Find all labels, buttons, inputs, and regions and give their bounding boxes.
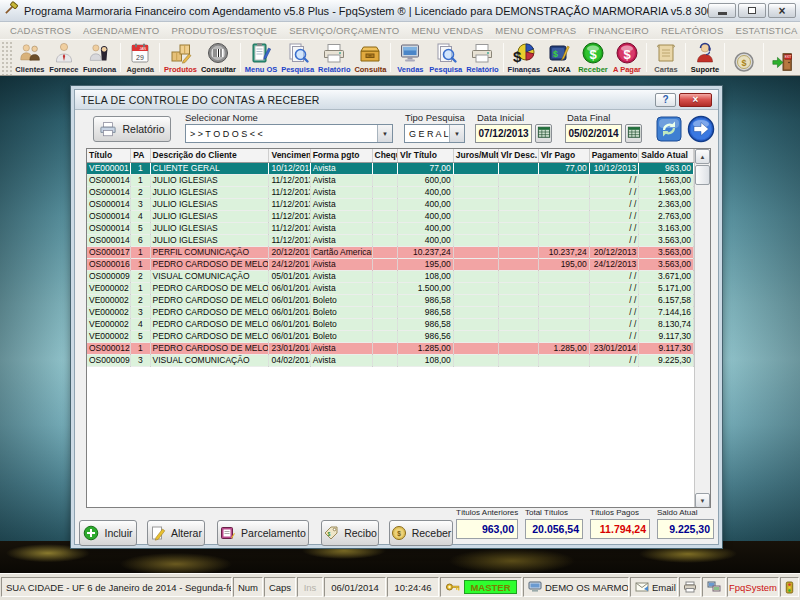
alterar-button[interactable]: Alterar <box>147 520 205 546</box>
toolbar-button-pesquisa[interactable]: Pesquisa <box>279 40 316 75</box>
toolbar-button-coin-icon[interactable]: $ <box>727 40 761 75</box>
scroll-up-arrow[interactable]: ▲ <box>695 149 710 164</box>
name-filter-select[interactable]: > > T O D O S < < ▼ <box>185 124 393 143</box>
scroll-thumb[interactable] <box>695 165 710 185</box>
table-cell <box>538 222 589 234</box>
toolbar-button-suporte[interactable]: Suporte <box>688 40 722 75</box>
status-network-button[interactable] <box>702 577 726 597</box>
go-button[interactable] <box>687 115 715 143</box>
toolbar-button-label: Fornece <box>49 65 78 74</box>
toolbar-button-funciona[interactable]: Funciona <box>81 40 118 75</box>
chevron-down-icon[interactable]: ▼ <box>449 125 464 142</box>
vertical-scrollbar[interactable]: ▲ ▼ <box>694 149 710 507</box>
incluir-button[interactable]: Incluir <box>79 520 137 546</box>
table-row[interactable]: VE0000021PEDRO CARDOSO DE MELO06/01/2014… <box>87 282 694 294</box>
status-print-button[interactable] <box>679 577 701 597</box>
table-row[interactable]: OS0000145JULIO IGLESIAS11/12/2013Avista4… <box>87 222 694 234</box>
column-header-ti-tulo[interactable]: Título <box>87 149 131 162</box>
column-header-saldo-atual[interactable]: Saldo Atual <box>639 149 694 162</box>
status-email-button[interactable]: Email <box>630 577 678 597</box>
dialog-close-button[interactable]: × <box>679 93 712 107</box>
table-row[interactable]: OS0000142JULIO IGLESIAS11/12/2013Avista4… <box>87 186 694 198</box>
dialog-help-button[interactable]: ? <box>655 93 676 107</box>
table-row[interactable]: OS0000121PEDRO CARDOSO DE MELO23/01/2014… <box>87 342 694 354</box>
column-header-pagamento[interactable]: Pagamento <box>589 149 639 162</box>
table-row[interactable]: OS0000141JULIO IGLESIAS11/12/2013Avista6… <box>87 174 694 186</box>
column-header-juros-multa[interactable]: Juros/Multa <box>453 149 498 162</box>
end-date-calendar-button[interactable] <box>625 124 642 143</box>
table-row[interactable]: OS0000144JULIO IGLESIAS11/12/2013Avista4… <box>87 210 694 222</box>
table-row[interactable]: VE0000011CLIENTE GERAL10/12/2013Avista77… <box>87 162 694 174</box>
table-row[interactable]: VE0000023PEDRO CARDOSO DE MELO06/01/2014… <box>87 306 694 318</box>
status-caps-lock: Caps <box>264 577 296 597</box>
table-cell <box>453 258 498 270</box>
toolbar-button-menu-os[interactable]: Menu OS <box>243 40 279 75</box>
menu-item-cadastros[interactable]: CADASTROS <box>4 25 77 36</box>
drawer-icon <box>358 41 382 65</box>
menu-item-produtos-estoque[interactable]: PRODUTOS/ESTOQUE <box>165 25 283 36</box>
barcode-icon <box>206 41 230 65</box>
column-header-cheque[interactable]: Cheque <box>372 149 397 162</box>
report-button[interactable]: Relatório <box>93 116 171 142</box>
toolbar-button-fornece[interactable]: Fornece <box>47 40 81 75</box>
menu-item-servic-o-orc-amento[interactable]: SERVIÇO/ORÇAMENTO <box>283 25 405 36</box>
column-header-vencimento[interactable]: Vencimento <box>269 149 310 162</box>
menu-item-menu-compras[interactable]: MENU COMPRAS <box>489 25 582 36</box>
recibo-button[interactable]: $Recibo <box>321 520 379 546</box>
dialog-title-bar[interactable]: TELA DE CONTROLE DO CONTAS A RECEBER ? × <box>75 90 718 110</box>
column-header-vlr-pago[interactable]: Vlr Pago <box>538 149 589 162</box>
column-header-forma-pgto[interactable]: Forma pgto <box>310 149 372 162</box>
toolbar-button-receber[interactable]: $Receber <box>576 40 610 75</box>
toolbar-button-caixa[interactable]: $CAIXA <box>542 40 576 75</box>
column-header-pa[interactable]: PA <box>131 149 150 162</box>
table-row[interactable]: OS0000161PEDRO CARDOSO DE MELO24/12/2013… <box>87 258 694 270</box>
table-row[interactable]: OS0000143JULIO IGLESIAS11/12/2013Avista4… <box>87 198 694 210</box>
table-cell <box>372 342 397 354</box>
toolbar-button-a-pagar[interactable]: $A Pagar <box>610 40 644 75</box>
toolbar-button-cartas[interactable]: Cartas <box>649 40 683 75</box>
receber-button[interactable]: $Receber <box>389 520 453 546</box>
menu-item-estatistica[interactable]: ESTATISTICA <box>729 25 800 36</box>
toolbar-button-relato-rio[interactable]: Relatório <box>464 40 500 75</box>
toolbar-button-financ-as[interactable]: $Finanças <box>506 40 542 75</box>
chevron-down-icon[interactable]: ▼ <box>377 125 392 142</box>
menu-item-relato-rios[interactable]: RELATÓRIOS <box>655 25 730 36</box>
column-header-vlr-desc[interactable]: Vlr Desc. <box>498 149 538 162</box>
type-filter-select[interactable]: G E R A L ▼ <box>404 124 465 143</box>
toolbar-button-pesquisa[interactable]: Pesquisa <box>427 40 464 75</box>
refresh-button[interactable] <box>656 116 682 142</box>
table-row[interactable]: OS0000093VISUAL COMUNICAÇÃO04/02/2014Avi… <box>87 354 694 366</box>
table-cell: / / <box>589 174 639 186</box>
table-row[interactable]: OS0000146JULIO IGLESIAS11/12/2013Avista4… <box>87 234 694 246</box>
table-cell: 3 <box>131 354 150 366</box>
column-header-vlr-ti-tulo[interactable]: Vlr Título <box>398 149 454 162</box>
menu-item-menu-vendas[interactable]: MENU VENDAS <box>405 25 489 36</box>
table-cell: Avista <box>310 270 372 282</box>
toolbar-button-relato-rio[interactable]: Relatório <box>316 40 352 75</box>
start-date-calendar-button[interactable] <box>535 124 552 143</box>
column-header-descric-a-o-do-cliente[interactable]: Descrição do Cliente <box>150 149 269 162</box>
scroll-down-arrow[interactable]: ▼ <box>695 493 710 508</box>
table-row[interactable]: VE0000025PEDRO CARDOSO DE MELO06/01/2014… <box>87 330 694 342</box>
toolbar-button-consultar[interactable]: Consultar <box>199 40 238 75</box>
table-row[interactable]: VE0000022PEDRO CARDOSO DE MELO06/01/2014… <box>87 294 694 306</box>
parcelamento-button[interactable]: Parcelamento <box>217 520 309 546</box>
end-date-field[interactable]: 05/02/2014 <box>565 124 622 143</box>
toolbar-button-consulta[interactable]: Consulta <box>352 40 388 75</box>
toolbar-button-clientes[interactable]: Clientes <box>13 40 47 75</box>
toolbar-button-exit-icon[interactable]: EXIT <box>766 40 800 75</box>
minimize-button[interactable] <box>708 3 736 18</box>
type-filter-value: G E R A L <box>409 129 449 139</box>
calendar-icon <box>537 125 551 143</box>
restore-button[interactable] <box>738 3 766 18</box>
toolbar-button-produtos[interactable]: Produtos <box>162 40 199 75</box>
close-button[interactable]: × <box>768 3 796 18</box>
start-date-field[interactable]: 07/12/2013 <box>475 124 532 143</box>
table-row[interactable]: OS0000092VISUAL COMUNICAÇÃO05/01/2014Avi… <box>87 270 694 282</box>
table-row[interactable]: VE0000024PEDRO CARDOSO DE MELO06/01/2014… <box>87 318 694 330</box>
menu-item-financeiro[interactable]: FINANCEIRO <box>582 25 655 36</box>
table-row[interactable]: OS0000171PERFIL COMUNICAÇÃO20/12/2013Car… <box>87 246 694 258</box>
toolbar-button-agenda[interactable]: JAN29Agenda <box>123 40 157 75</box>
menu-item-agendamento[interactable]: AGENDAMENTO <box>77 25 165 36</box>
toolbar-button-vendas[interactable]: Vendas <box>393 40 427 75</box>
